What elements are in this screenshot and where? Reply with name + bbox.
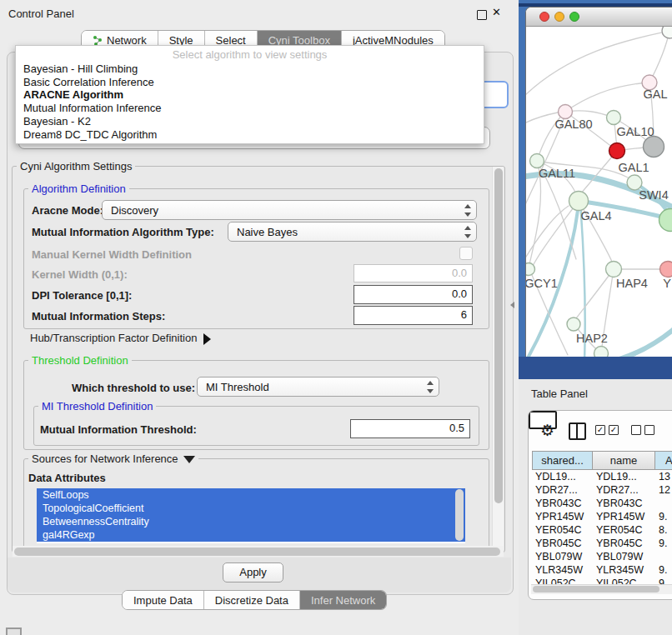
table-cell[interactable]: YPR145W xyxy=(596,511,644,522)
table-cell[interactable]: YBL079W xyxy=(535,551,582,562)
checkbox-checked-icon[interactable]: ✓ xyxy=(595,425,605,435)
table-cell[interactable]: YLR345W xyxy=(596,564,644,576)
algorithm-option[interactable]: Bayesian - Hill Climbing xyxy=(16,62,484,76)
data-attribute-item[interactable]: BetweennessCentrality xyxy=(37,515,465,528)
settings-vertical-scrollbar[interactable] xyxy=(492,167,504,547)
network-node[interactable] xyxy=(659,209,672,232)
splitter-collapse-icon[interactable] xyxy=(510,302,514,308)
column-header-partial[interactable]: A xyxy=(655,451,672,470)
bottom-tab-impute-data[interactable]: Impute Data xyxy=(123,591,204,609)
column-header-shared-name[interactable]: shared... xyxy=(532,451,593,470)
table-cell[interactable]: 9. xyxy=(659,538,667,549)
table-row[interactable]: YBR043CYBR043C xyxy=(532,498,672,511)
network-node[interactable] xyxy=(594,347,609,358)
table-cell[interactable]: 13 xyxy=(659,471,670,482)
manual-kernel-checkbox[interactable] xyxy=(459,247,473,260)
network-edge[interactable] xyxy=(526,206,569,268)
network-canvas[interactable]: GALGAL80GAL10GAL1SWI4GAL11GAL4GCY1HAP4YH… xyxy=(526,27,672,357)
table-cell[interactable]: 9. xyxy=(659,511,667,522)
table-cell[interactable]: 9. xyxy=(659,578,667,584)
table-horizontal-scrollbar[interactable] xyxy=(531,584,672,594)
table-cell[interactable]: YER054C xyxy=(535,524,582,536)
table-cell[interactable]: YER054C xyxy=(596,524,643,536)
network-window-titlebar[interactable] xyxy=(526,8,672,27)
close-traffic-light-icon[interactable] xyxy=(539,12,549,22)
network-edge[interactable] xyxy=(649,31,669,82)
table-cell[interactable]: YBL079W xyxy=(596,551,643,562)
columns-icon[interactable] xyxy=(569,422,586,440)
network-node-gal1[interactable] xyxy=(644,137,664,158)
data-attribute-item[interactable]: TopologicalCoefficient xyxy=(37,502,465,515)
network-node[interactable] xyxy=(609,143,625,159)
network-node-hap4[interactable] xyxy=(606,262,622,278)
algorithm-option[interactable]: Basic Correlation Inference xyxy=(16,76,484,89)
network-node-gcy1[interactable] xyxy=(526,263,535,276)
table-cell[interactable]: YLR345W xyxy=(535,564,583,576)
data-attributes-list[interactable]: SelfLoopsTopologicalCoefficientBetweenne… xyxy=(37,488,465,543)
settings-horizontal-scrollbar[interactable] xyxy=(13,546,504,557)
table-cell[interactable]: YDL19... xyxy=(596,471,637,482)
bottom-tab-discretize-data[interactable]: Discretize Data xyxy=(204,591,300,609)
table-cell[interactable]: YBR043C xyxy=(535,498,582,509)
table-cell[interactable]: YDL19... xyxy=(535,471,576,482)
mi-type-combo[interactable]: Naive Bayes xyxy=(228,222,477,242)
sources-group-title[interactable]: Sources for Network Inference xyxy=(28,452,198,465)
table-cell[interactable]: 8. xyxy=(659,524,667,536)
algorithm-option[interactable]: Bayesian - K2 xyxy=(16,115,484,128)
mi-steps-field[interactable]: 6 xyxy=(354,306,473,325)
table-cell[interactable]: YBR043C xyxy=(596,498,643,509)
table-row[interactable]: YLR345WYLR345W9. xyxy=(532,564,672,578)
network-node-y[interactable] xyxy=(660,262,672,278)
column-header-name[interactable]: name xyxy=(593,451,655,470)
network-node-gal11[interactable] xyxy=(530,154,544,168)
scroll-thumb[interactable] xyxy=(14,548,500,556)
table-cell[interactable]: YDR27... xyxy=(596,484,639,496)
aracne-mode-combo[interactable]: Discovery xyxy=(102,200,477,220)
gear-icon[interactable]: ⚙ xyxy=(540,422,554,439)
table-row[interactable]: YDL19...YDL19...13 xyxy=(532,471,672,484)
dpi-tolerance-field[interactable]: 0.0 xyxy=(354,285,473,304)
checkbox-unchecked-icon[interactable] xyxy=(644,425,654,435)
checkbox-unchecked-icon[interactable] xyxy=(631,425,641,435)
scroll-thumb[interactable] xyxy=(494,168,503,503)
kernel-width-field[interactable]: 0.0 xyxy=(354,264,473,282)
table-row[interactable]: YER054CYER054C8. xyxy=(532,524,672,538)
checkbox-checked-icon[interactable]: ✓ xyxy=(609,425,619,435)
hub-definition-expander[interactable]: Hub/Transcription Factor Definition xyxy=(30,332,211,345)
table-cell[interactable]: YIL052C xyxy=(596,578,637,584)
float-window-icon[interactable] xyxy=(477,10,487,20)
table-cell[interactable]: 12 xyxy=(659,484,670,496)
table-cell[interactable]: YBR045C xyxy=(535,538,582,549)
table-row[interactable]: YDR27...YDR27...12 xyxy=(532,484,672,498)
network-node-gal4[interactable] xyxy=(569,192,589,211)
zoom-traffic-light-icon[interactable] xyxy=(569,12,579,22)
corner-grip[interactable] xyxy=(6,628,22,635)
table-cell[interactable]: YPR145W xyxy=(535,511,584,522)
minimize-traffic-light-icon[interactable] xyxy=(554,12,564,22)
algorithm-option[interactable]: Mutual Information Inference xyxy=(16,102,484,115)
table-cell[interactable]: YDR27... xyxy=(535,484,578,496)
table-cell[interactable]: YBR045C xyxy=(596,538,643,549)
network-graph[interactable]: GALGAL80GAL10GAL1SWI4GAL11GAL4GCY1HAP4YH… xyxy=(526,27,672,357)
table-row[interactable]: YIL052CYIL052C9. xyxy=(532,578,672,584)
data-attribute-item[interactable]: SelfLoops xyxy=(37,488,465,502)
network-edge[interactable] xyxy=(614,330,672,357)
network-edge[interactable] xyxy=(526,112,558,126)
table-row[interactable]: YBL079WYBL079W xyxy=(532,551,672,564)
network-node-hap2[interactable] xyxy=(567,318,580,331)
algorithm-option[interactable]: ARACNE Algorithm xyxy=(16,88,484,102)
network-edge[interactable] xyxy=(580,151,617,194)
close-icon[interactable]: ✕ xyxy=(492,6,501,18)
scroll-thumb[interactable] xyxy=(533,586,659,592)
network-edge[interactable] xyxy=(565,82,649,112)
table-row[interactable]: YBR045CYBR045C9. xyxy=(532,538,672,551)
apply-button[interactable]: Apply xyxy=(223,562,283,582)
network-node[interactable] xyxy=(662,27,672,38)
network-node-gal10[interactable] xyxy=(607,111,621,125)
which-threshold-combo[interactable]: MI Threshold xyxy=(197,377,439,397)
mi-threshold-field[interactable]: 0.5 xyxy=(350,419,470,438)
network-edge[interactable] xyxy=(576,269,614,318)
table-cell[interactable]: 9. xyxy=(659,564,667,576)
data-attribute-item[interactable]: gal4RGexp xyxy=(37,528,465,542)
algorithm-option[interactable]: Dream8 DC_TDC Algorithm xyxy=(16,128,484,142)
